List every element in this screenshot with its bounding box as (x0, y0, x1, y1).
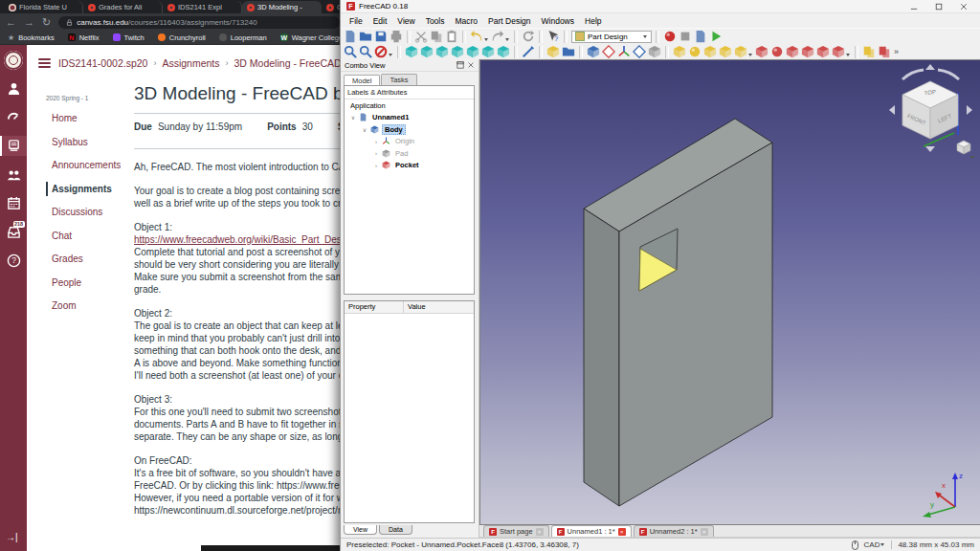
validate-sketch-icon[interactable] (648, 45, 661, 58)
draw-style-dropdown-icon[interactable] (389, 54, 392, 56)
course-nav-home[interactable]: Home (46, 111, 128, 125)
tree-row-origin[interactable]: › Origin (345, 136, 474, 148)
cut-icon[interactable] (414, 30, 428, 43)
groove-icon[interactable] (786, 45, 799, 58)
reload-icon[interactable]: ↻ (42, 17, 51, 28)
tree-row-pocket[interactable]: › Pocket (345, 160, 474, 172)
map-sketch-icon[interactable] (633, 45, 646, 58)
course-nav-discussions[interactable]: Discussions (46, 205, 128, 219)
tab-tasks[interactable]: Tasks (381, 74, 416, 85)
group-icon[interactable] (562, 45, 575, 58)
bookmark-crunchyroll[interactable]: Crunchyroll (158, 33, 206, 42)
tab-close-icon[interactable] (72, 5, 78, 11)
additive-loft-icon[interactable] (703, 45, 717, 58)
undo-dropdown-icon[interactable] (484, 38, 488, 41)
save-file-icon[interactable] (374, 30, 388, 43)
navigation-cube[interactable]: TOP FRONT LEFT (885, 64, 976, 160)
hamburger-icon[interactable] (38, 58, 51, 68)
menu-windows[interactable]: Windows (537, 15, 579, 27)
bookmark-wagner[interactable]: WWagner College (280, 33, 344, 42)
whats-this-icon[interactable] (546, 30, 560, 43)
toolbar-overflow-icon[interactable]: » (894, 47, 899, 56)
refresh-icon[interactable] (522, 30, 535, 43)
expander-icon[interactable]: › (373, 150, 379, 156)
courses-nav-active[interactable] (0, 136, 27, 156)
bookmarks-manager[interactable]: ★Bookmarks (8, 33, 55, 42)
tab-close-icon[interactable] (151, 5, 157, 11)
fit-selection-icon[interactable] (359, 45, 372, 58)
nav-style-selector[interactable]: CAD (864, 540, 886, 549)
freecad-title-bar[interactable]: F FreeCAD 0.18 (341, 0, 980, 13)
dock-float-icon[interactable] (457, 61, 464, 69)
dock-close-icon[interactable] (467, 61, 475, 69)
subtractive-pipe-icon[interactable] (816, 45, 830, 58)
rail-collapse-icon[interactable]: →| (6, 532, 18, 542)
create-sketch-icon[interactable] (602, 45, 615, 58)
macro-record-icon[interactable] (663, 30, 677, 43)
new-file-icon[interactable] (344, 30, 357, 43)
view-top-icon[interactable] (435, 45, 449, 58)
minimize-button[interactable] (903, 1, 924, 12)
account-icon[interactable] (7, 81, 21, 96)
maximize-button[interactable] (928, 1, 949, 12)
course-nav-syllabus[interactable]: Syllabus (46, 135, 128, 149)
menu-tools[interactable]: Tools (421, 15, 450, 27)
browser-tab[interactable]: Florida State U (4, 1, 83, 13)
fsu-logo[interactable] (4, 51, 23, 70)
tree-row-body[interactable]: ∨ Body (345, 123, 474, 136)
workbench-selector[interactable]: Part Design (571, 31, 652, 43)
additive-pipe-icon[interactable] (719, 45, 732, 58)
boolean2-icon[interactable] (878, 45, 891, 58)
help-icon[interactable] (7, 253, 21, 268)
additive-primitive-icon[interactable] (734, 45, 747, 58)
expander-icon[interactable]: › (373, 139, 379, 144)
tab-unnamed1[interactable]: F Unnamed1 : 1* × (551, 525, 632, 537)
menu-edit[interactable]: Edit (368, 15, 392, 27)
create-datum-icon[interactable] (617, 45, 631, 58)
bookmark-looperman[interactable]: Looperman (219, 33, 267, 42)
tab-view[interactable]: View (344, 525, 377, 535)
course-nav-zoom[interactable]: Zoom (46, 298, 128, 313)
create-body-icon[interactable] (587, 45, 600, 58)
breadcrumb-course[interactable]: IDS2141-0002.sp20 (58, 57, 147, 69)
menu-macro[interactable]: Macro (450, 15, 482, 27)
tab-unnamed2[interactable]: F Unnamed2 : 1* × (634, 525, 714, 537)
view-bottom-icon[interactable] (481, 45, 495, 58)
tab-close-icon[interactable]: × (618, 528, 626, 536)
expander-icon[interactable]: ∨ (362, 126, 368, 133)
tab-close-icon[interactable]: × (701, 528, 708, 536)
measure-distance-icon[interactable] (522, 45, 535, 58)
course-nav-announcements[interactable]: Announcements (46, 158, 128, 172)
bookmark-netflix[interactable]: NNetflix (68, 33, 100, 42)
dashboard-icon[interactable] (7, 110, 21, 124)
subtractive-loft-icon[interactable] (801, 45, 814, 58)
3d-viewport[interactable]: TOP FRONT LEFT z (479, 59, 980, 525)
subtractive-primitive-icon[interactable] (832, 45, 845, 58)
navcube-menu-icon[interactable] (957, 141, 975, 159)
redo-dropdown-icon[interactable] (505, 38, 509, 41)
tab-close-icon[interactable] (311, 5, 317, 11)
redo-icon[interactable] (491, 30, 504, 43)
tree-row-application[interactable]: Application (345, 99, 474, 112)
menu-file[interactable]: File (345, 15, 368, 27)
draw-style-icon[interactable] (374, 45, 388, 58)
expander-icon[interactable]: ∨ (350, 114, 356, 121)
revolution-icon[interactable] (688, 45, 702, 58)
macro-play-icon[interactable] (709, 30, 723, 43)
browser-tab-active[interactable]: 3D Modeling - (242, 1, 322, 13)
tab-start-page[interactable]: F Start page × (483, 525, 549, 537)
view-right-icon[interactable] (451, 45, 464, 58)
menu-part-design[interactable]: Part Design (483, 15, 535, 27)
view-left-icon[interactable] (497, 45, 510, 58)
pad-icon[interactable] (673, 45, 686, 58)
course-nav-chat[interactable]: Chat (46, 229, 128, 243)
course-nav-assignments[interactable]: Assignments (46, 182, 128, 196)
breadcrumb-assignments[interactable]: Assignments (162, 57, 219, 69)
tutorial-link[interactable]: https://www.freecadweb.org/wiki/Basic_Pa… (134, 234, 370, 245)
forward-icon[interactable]: → (24, 17, 34, 28)
browser-tab[interactable]: IDS2141 Expl (163, 1, 242, 13)
view-rear-icon[interactable] (466, 45, 479, 58)
pocket-icon[interactable] (755, 45, 768, 58)
browser-tab[interactable]: Grades for Ali (83, 1, 163, 13)
macro-stop-icon[interactable] (679, 30, 692, 43)
